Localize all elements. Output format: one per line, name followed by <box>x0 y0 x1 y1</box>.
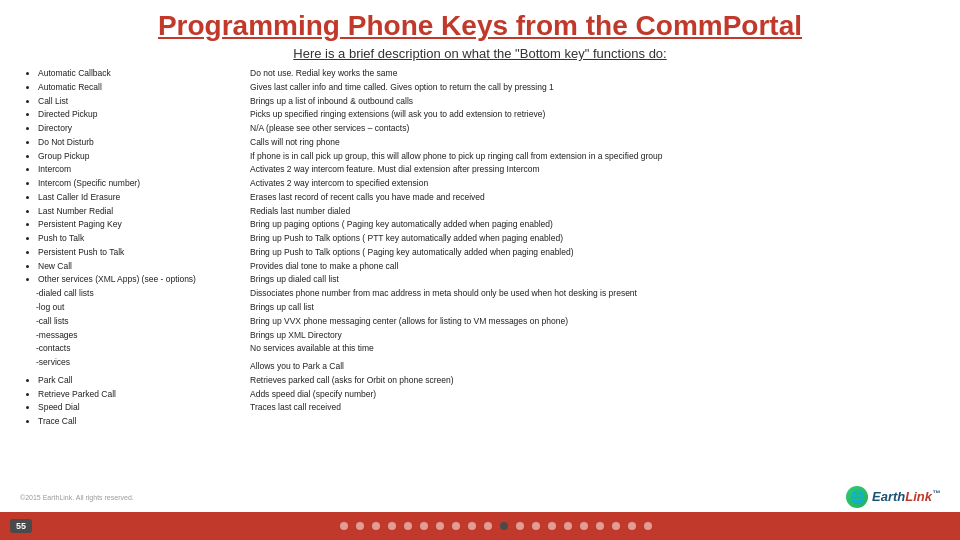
copyright-text: ©2015 EarthLink. All rights reserved. <box>20 494 134 501</box>
progress-dot <box>356 522 364 530</box>
list-item: Group Pickup <box>38 150 240 164</box>
list-item: Last Number Redial <box>38 205 240 219</box>
bottom-bar: 55 <box>0 512 960 540</box>
sub-list-item: -contacts <box>36 342 240 356</box>
progress-dot <box>388 522 396 530</box>
park-list-item: Trace Call <box>38 415 240 429</box>
earthlink-logo: 🌐 EarthLink™ <box>846 486 940 508</box>
list-item: Automatic Recall <box>38 81 240 95</box>
earth-icon: 🌐 <box>846 486 868 508</box>
list-item: Call List <box>38 95 240 109</box>
sub-list-item: -call lists <box>36 315 240 329</box>
park-description-item: Adds speed dial (specify number) <box>250 388 940 402</box>
progress-dot <box>468 522 476 530</box>
park-list-item: Speed Dial <box>38 401 240 415</box>
progress-dot <box>564 522 572 530</box>
content-area: Automatic CallbackAutomatic RecallCall L… <box>20 67 940 486</box>
description-item: Activates 2 way intercom feature. Must d… <box>250 163 940 177</box>
sub-description-item: Brings up dialed call list <box>250 273 940 287</box>
progress-dot <box>372 522 380 530</box>
description-item: Redials last number dialed <box>250 205 940 219</box>
descriptions-list: Do not use. Redial key works the sameGiv… <box>250 67 940 273</box>
progress-dot <box>404 522 412 530</box>
progress-dot <box>580 522 588 530</box>
sub-list-item: -dialed call lists <box>36 287 240 301</box>
list-item: Persistent Paging Key <box>38 218 240 232</box>
list-item: Intercom (Specific number) <box>38 177 240 191</box>
progress-dot <box>548 522 556 530</box>
sub-description-item: Bring up VVX phone messaging center (all… <box>250 315 940 329</box>
description-item: Gives last caller info and time called. … <box>250 81 940 95</box>
sub-description-item: Brings up call list <box>250 301 940 315</box>
page-title: Programming Phone Keys from the CommPort… <box>20 10 940 42</box>
sub-list-item: -messages <box>36 329 240 343</box>
description-item: Brings up a list of inbound & outbound c… <box>250 95 940 109</box>
description-item: N/A (please see other services – contact… <box>250 122 940 136</box>
list-item: New Call <box>38 260 240 274</box>
progress-dot <box>484 522 492 530</box>
list-item: Directory <box>38 122 240 136</box>
left-column: Automatic CallbackAutomatic RecallCall L… <box>20 67 240 486</box>
page-number-badge: 55 <box>10 519 32 533</box>
progress-dot <box>532 522 540 530</box>
description-item: Bring up Push to Talk options ( PTT key … <box>250 232 940 246</box>
list-item: Push to Talk <box>38 232 240 246</box>
page-container: Programming Phone Keys from the CommPort… <box>0 0 960 540</box>
logo-text: EarthLink™ <box>872 489 940 504</box>
progress-dot <box>612 522 620 530</box>
park-list-item: Retrieve Parked Call <box>38 388 240 402</box>
park-list: Park CallRetrieve Parked CallSpeed DialT… <box>20 374 240 429</box>
progress-dot <box>500 522 508 530</box>
description-item: Picks up specified ringing extensions (w… <box>250 108 940 122</box>
park-description-item: Retrieves parked call (asks for Orbit on… <box>250 374 940 388</box>
bottom-section: ©2015 EarthLink. All rights reserved. 🌐 … <box>20 486 940 508</box>
description-item: Erases last record of recent calls you h… <box>250 191 940 205</box>
list-item: Persistent Push to Talk <box>38 246 240 260</box>
progress-dot <box>516 522 524 530</box>
progress-dot <box>644 522 652 530</box>
progress-dot <box>628 522 636 530</box>
description-item: Provides dial tone to make a phone call <box>250 260 940 274</box>
progress-dot <box>340 522 348 530</box>
sub-description-item: No services available at this time <box>250 342 940 356</box>
description-item: Calls will not ring phone <box>250 136 940 150</box>
progress-dot <box>596 522 604 530</box>
sub-description-item: Dissociates phone number from mac addres… <box>250 287 940 301</box>
sub-descriptions-list: Brings up dialed call listDissociates ph… <box>250 273 940 356</box>
list-item: Last Caller Id Erasure <box>38 191 240 205</box>
progress-dots <box>42 522 950 530</box>
list-item: Other services (XML Apps) (see - options… <box>38 273 240 287</box>
sub-items-list: -dialed call lists-log out-call lists-me… <box>20 287 240 370</box>
park-description-item: Allows you to Park a Call <box>250 360 940 374</box>
description-item: Activates 2 way intercom to specified ex… <box>250 177 940 191</box>
description-item: Do not use. Redial key works the same <box>250 67 940 81</box>
sub-description-item: Brings up XML Directory <box>250 329 940 343</box>
page-subtitle: Here is a brief description on what the … <box>20 46 940 61</box>
park-description-item: Traces last call received <box>250 401 940 415</box>
progress-dot <box>436 522 444 530</box>
description-item: Bring up Push to Talk options ( Paging k… <box>250 246 940 260</box>
park-list-item: Park Call <box>38 374 240 388</box>
progress-dot <box>420 522 428 530</box>
list-item: Directed Pickup <box>38 108 240 122</box>
sub-list-item: -log out <box>36 301 240 315</box>
feature-list: Automatic CallbackAutomatic RecallCall L… <box>20 67 240 287</box>
description-item: If phone is in call pick up group, this … <box>250 150 940 164</box>
list-item: Do Not Disturb <box>38 136 240 150</box>
list-item: Intercom <box>38 163 240 177</box>
list-item: Automatic Callback <box>38 67 240 81</box>
description-item: Bring up paging options ( Paging key aut… <box>250 218 940 232</box>
park-descriptions-list: Allows you to Park a CallRetrieves parke… <box>250 360 940 415</box>
sub-list-item: -services <box>36 356 240 370</box>
progress-dot <box>452 522 460 530</box>
right-column: Do not use. Redial key works the sameGiv… <box>250 67 940 486</box>
